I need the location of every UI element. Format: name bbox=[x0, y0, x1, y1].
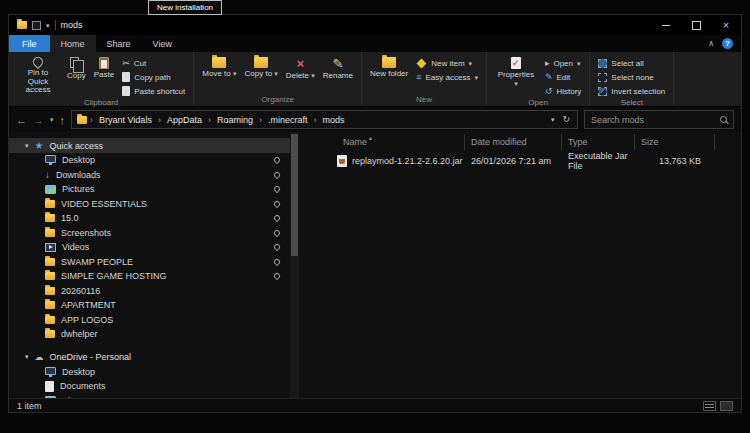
copy-button[interactable]: Copy bbox=[64, 55, 89, 81]
new-folder-button[interactable]: New folder bbox=[367, 55, 411, 79]
move-to-button[interactable]: Move to ▾ bbox=[199, 55, 239, 79]
sidebar-item-video-essentials[interactable]: VIDEO ESSENTIALS bbox=[9, 197, 290, 212]
pin-to-quick-access-button[interactable]: Pin to Quick access bbox=[14, 55, 62, 95]
close-button[interactable]: × bbox=[711, 15, 741, 35]
thumbnails-view-button[interactable] bbox=[720, 401, 733, 411]
copy-path-icon bbox=[122, 72, 130, 82]
select-none-button[interactable]: Select none bbox=[595, 70, 668, 84]
select-all-icon bbox=[598, 59, 607, 68]
tab-home[interactable]: Home bbox=[50, 35, 96, 52]
maximize-button[interactable] bbox=[681, 15, 711, 35]
properties-button[interactable]: ✓ Properties ▾ bbox=[492, 55, 540, 88]
expand-icon[interactable]: ▾ bbox=[25, 142, 29, 150]
scrollbar-thumb[interactable] bbox=[291, 134, 298, 256]
new-item-button[interactable]: New item ▾ bbox=[413, 56, 481, 70]
sidebar-item-15-0[interactable]: 15.0 bbox=[9, 211, 290, 226]
sidebar-item-onedrive-documents[interactable]: Documents bbox=[9, 379, 290, 394]
sidebar-item-app-logos[interactable]: APP LOGOS bbox=[9, 313, 290, 328]
column-header-size[interactable]: Size bbox=[635, 134, 715, 150]
expand-icon[interactable]: ▾ bbox=[25, 353, 29, 361]
explorer-icon bbox=[17, 21, 27, 29]
move-to-icon bbox=[212, 57, 226, 68]
breadcrumb[interactable]: › Bryant Vidals › AppData › Roaming › .m… bbox=[71, 110, 578, 129]
search-box[interactable] bbox=[584, 110, 734, 129]
recent-locations-icon[interactable]: ▾ bbox=[50, 116, 54, 124]
folder-icon bbox=[77, 116, 87, 124]
button-label: Paste shortcut bbox=[134, 87, 185, 96]
open-button[interactable]: ▸ Open ▾ bbox=[542, 56, 584, 70]
button-label: History bbox=[556, 87, 581, 96]
sidebar-item-swamp-people[interactable]: SWAMP PEOPLE bbox=[9, 255, 290, 270]
refresh-icon[interactable]: ↻ bbox=[562, 115, 570, 124]
minimize-button[interactable] bbox=[651, 15, 681, 35]
paste-shortcut-button[interactable]: Paste shortcut bbox=[119, 84, 188, 98]
search-input[interactable] bbox=[591, 115, 720, 125]
group-label: OneDrive - Personal bbox=[50, 352, 132, 362]
cut-button[interactable]: ✂ Cut bbox=[119, 56, 188, 70]
titlebar-divider bbox=[55, 20, 56, 30]
paste-button[interactable]: Paste bbox=[91, 55, 117, 80]
collapse-ribbon-icon[interactable]: ∧ bbox=[708, 40, 714, 48]
column-header-name[interactable]: ▴ Name bbox=[299, 134, 465, 150]
crumb-appdata[interactable]: AppData bbox=[164, 115, 205, 125]
sidebar-item-desktop[interactable]: Desktop bbox=[9, 153, 290, 168]
copy-to-icon bbox=[254, 57, 268, 68]
rename-button[interactable]: ✎ Rename bbox=[320, 55, 356, 81]
desktop-icon bbox=[45, 155, 56, 163]
back-button[interactable]: ← bbox=[16, 114, 27, 126]
downloads-icon: ↓ bbox=[45, 170, 50, 180]
sidebar-item-pictures[interactable]: Pictures bbox=[9, 182, 290, 197]
details-view-button[interactable] bbox=[703, 401, 716, 411]
crumb-mods[interactable]: mods bbox=[319, 115, 347, 125]
column-header-type[interactable]: Type bbox=[562, 134, 635, 150]
sidebar-item-downloads[interactable]: ↓ Downloads bbox=[9, 168, 290, 183]
button-label: Paste bbox=[94, 71, 114, 80]
open-icon: ▸ bbox=[545, 59, 550, 68]
quick-access-toolbar-icon[interactable] bbox=[32, 21, 41, 30]
crumb-minecraft[interactable]: .minecraft bbox=[265, 115, 311, 125]
history-button[interactable]: ↺ History bbox=[542, 84, 584, 98]
folder-icon bbox=[45, 229, 55, 237]
file-row[interactable]: replaymod-1.21.2-2.6.20.jar 26/01/2026 7… bbox=[299, 153, 741, 168]
delete-icon: × bbox=[296, 57, 304, 70]
sidebar-item-apartment[interactable]: APARTMENT bbox=[9, 298, 290, 313]
tab-view[interactable]: View bbox=[142, 35, 183, 52]
label-text: Delete bbox=[286, 71, 309, 80]
sidebar-item-20260116[interactable]: 20260116 bbox=[9, 284, 290, 299]
sidebar-group-onedrive[interactable]: ▾ ☁ OneDrive - Personal bbox=[9, 350, 290, 365]
crumb-bryant-vidals[interactable]: Bryant Vidals bbox=[96, 115, 155, 125]
column-header-date-modified[interactable]: Date modified bbox=[465, 134, 562, 150]
address-dropdown-icon[interactable]: ▾ bbox=[551, 116, 555, 123]
jar-file-icon bbox=[337, 155, 347, 167]
delete-button[interactable]: × Delete ▾ bbox=[283, 55, 318, 81]
sidebar-item-dwhelper[interactable]: dwhelper bbox=[9, 327, 290, 342]
copy-path-button[interactable]: Copy path bbox=[119, 70, 188, 84]
forward-button[interactable]: → bbox=[33, 114, 44, 126]
up-button[interactable]: ↑ bbox=[60, 114, 66, 126]
ribbon: Pin to Quick access Copy Paste ✂ Cut bbox=[9, 52, 741, 107]
file-type-cell: Executable Jar File bbox=[562, 151, 635, 171]
qat-customize-icon[interactable]: ▾ bbox=[46, 22, 50, 29]
invert-selection-button[interactable]: Invert selection bbox=[595, 84, 668, 98]
easy-access-button[interactable]: ≡ Easy access ▾ bbox=[413, 70, 481, 84]
titlebar[interactable]: ▾ mods × bbox=[9, 15, 741, 35]
help-icon[interactable]: ? bbox=[722, 38, 733, 49]
pin-icon bbox=[273, 185, 281, 193]
item-label: Screenshots bbox=[61, 228, 111, 238]
sidebar-item-onedrive-desktop[interactable]: Desktop bbox=[9, 365, 290, 380]
sidebar-scrollbar[interactable] bbox=[290, 132, 299, 398]
sidebar-group-quick-access[interactable]: ▾ ★ Quick access bbox=[9, 138, 290, 153]
edit-button[interactable]: ✎ Edit bbox=[542, 70, 584, 84]
button-label: New item bbox=[431, 59, 464, 68]
sidebar-item-videos[interactable]: Videos bbox=[9, 240, 290, 255]
folder-icon bbox=[45, 316, 55, 324]
sidebar-item-screenshots[interactable]: Screenshots bbox=[9, 226, 290, 241]
tab-share[interactable]: Share bbox=[96, 35, 142, 52]
copy-to-button[interactable]: Copy to ▾ bbox=[242, 55, 281, 79]
crumb-roaming[interactable]: Roaming bbox=[214, 115, 256, 125]
select-all-button[interactable]: Select all bbox=[595, 56, 668, 70]
button-label: Open bbox=[553, 59, 573, 68]
sidebar-item-simple-game-hosting[interactable]: SIMPLE GAME HOSTING bbox=[9, 269, 290, 284]
tab-file[interactable]: File bbox=[9, 35, 50, 52]
button-label: Select none bbox=[611, 73, 653, 82]
